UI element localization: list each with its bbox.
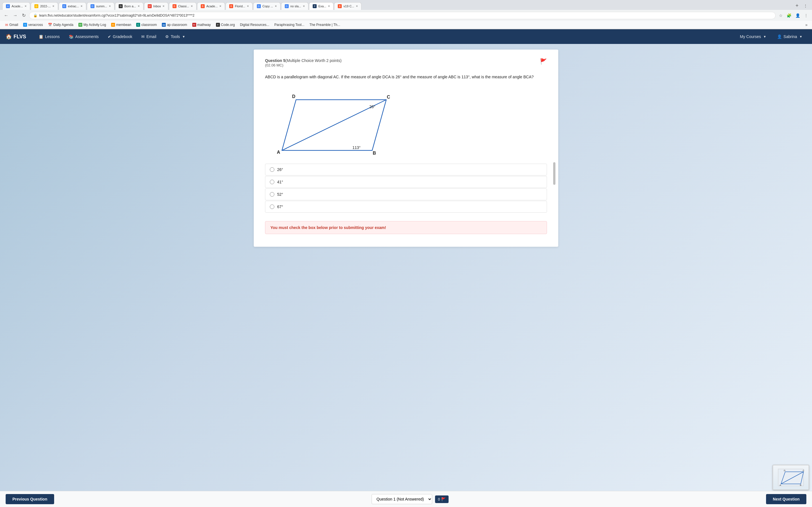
question-header: Question 5(Multiple Choice Worth 2 point… <box>265 58 547 72</box>
warning-box: You must check the box below prior to su… <box>265 221 547 234</box>
nav-my-courses[interactable]: My Courses ▼ <box>736 33 770 41</box>
tab-t8[interactable]: B Acade... × <box>197 2 225 10</box>
exam-container: Question 5(Multiple Choice Worth 2 point… <box>254 50 558 247</box>
preview-svg: A B C D <box>777 467 805 487</box>
tools-icon: ⚙ <box>165 34 169 39</box>
tab-t10[interactable]: D Copy ... × <box>253 2 281 10</box>
lock-icon: 🔒 <box>33 13 38 17</box>
tab-t3[interactable]: D extrac... × <box>59 2 86 10</box>
tab-close-t5[interactable]: × <box>138 4 140 8</box>
svg-text:D: D <box>784 469 785 472</box>
tab-menu-button[interactable]: ⋮ <box>801 3 810 9</box>
option-41[interactable]: 41° <box>265 176 547 188</box>
tab-close-t10[interactable]: × <box>275 4 277 8</box>
bookmark-activity-log[interactable]: M My Activity Log <box>76 22 108 27</box>
nav-tools[interactable]: ⚙ Tools ▼ <box>161 33 189 41</box>
option-52[interactable]: 52° <box>265 188 547 200</box>
tab-label-t13: v19 C... <box>343 4 354 8</box>
radio-41[interactable] <box>270 180 274 184</box>
radio-52[interactable] <box>270 192 274 196</box>
nav-lessons[interactable]: 📋 Lessons <box>35 33 64 41</box>
answer-choices: 26° 41° 52° 67° <box>265 164 547 213</box>
bookmark-digital-resources[interactable]: Digital Resources... <box>238 22 271 27</box>
tab-t11[interactable]: D no sla... × <box>281 2 309 10</box>
bookmark-mathway[interactable]: M mathway <box>190 22 213 27</box>
vertex-c: C <box>387 95 390 100</box>
bookmark-codeorg[interactable]: # Code.org <box>214 22 237 27</box>
tab-t6[interactable]: M Inbox × <box>144 2 168 10</box>
tab-close-t3[interactable]: × <box>81 4 83 8</box>
preview-inner: A B C D <box>773 465 809 490</box>
tab-t7[interactable]: B Classi... × <box>169 2 197 10</box>
nav-assessments[interactable]: 📚 Assessments <box>65 33 103 41</box>
bookmarks-more[interactable]: » <box>804 22 809 28</box>
question-dropdown[interactable]: Question 1 (Not Answered) Question 2 (No… <box>371 494 432 504</box>
bookmark-veracross[interactable]: V veracross <box>21 22 45 27</box>
nav-user[interactable]: 👤 Sabrina ▼ <box>773 33 806 41</box>
tab-t13[interactable]: B v19 C... × <box>334 2 361 10</box>
tab-t4[interactable]: D summ... × <box>87 2 114 10</box>
tab-t5[interactable]: N Born a... × <box>115 2 144 10</box>
tools-chevron: ▼ <box>182 35 185 38</box>
extensions-icon[interactable]: 🧩 <box>785 12 793 19</box>
tab-label-t3: extrac... <box>68 4 79 8</box>
ap-classroom-icon: ap <box>162 23 166 27</box>
bookmark-ap-classroom[interactable]: ap ap classroom <box>160 22 189 27</box>
back-button[interactable]: ← <box>3 12 10 19</box>
tab-t12[interactable]: F Exa... × <box>309 2 334 10</box>
tab-close-t6[interactable]: × <box>163 4 165 8</box>
gradebook-icon: ✔ <box>108 34 111 39</box>
tab-favicon-t10: D <box>257 4 261 8</box>
browser-chrome: A Acade... × G 2022-... × D extrac... × … <box>0 0 812 29</box>
radio-67[interactable] <box>270 205 274 209</box>
option-26[interactable]: 26° <box>265 164 547 175</box>
flag-count-badge: 0 🚩 <box>435 496 448 503</box>
bookmark-icon[interactable]: ☆ <box>778 12 784 19</box>
assessments-icon: 📚 <box>69 34 73 39</box>
forward-button[interactable]: → <box>12 12 18 19</box>
option-67-label: 67° <box>277 205 283 209</box>
tab-t1[interactable]: A Acade... × <box>2 2 30 10</box>
bookmark-classroom[interactable]: C classroom <box>134 22 159 27</box>
bookmark-gmail[interactable]: ✉ Gmail <box>3 22 20 28</box>
menu-icon[interactable]: ⋮ <box>803 12 809 19</box>
tab-close-t9[interactable]: × <box>247 4 249 8</box>
tab-favicon-t7: B <box>172 4 176 8</box>
tab-close-t12[interactable]: × <box>328 4 330 8</box>
nav-gradebook[interactable]: ✔ Gradebook <box>104 33 136 41</box>
tab-t9[interactable]: B Florid... × <box>225 2 253 10</box>
bookmark-preamble[interactable]: The Preamble | Th... <box>307 22 343 27</box>
tab-close-t4[interactable]: × <box>109 4 111 8</box>
bookmark-paraphrasing[interactable]: Paraphrasing Tool... <box>272 22 307 27</box>
reload-button[interactable]: ↻ <box>21 11 27 19</box>
nav-email[interactable]: ✉ Email <box>137 33 160 41</box>
geometry-diagram: A B C D 26° 113° <box>265 86 389 157</box>
bookmark-daily-agenda[interactable]: 📅 Daily Agenda <box>46 22 75 27</box>
address-actions: ☆ 🧩 👤 ⋮ <box>778 12 809 19</box>
prev-question-button[interactable]: Previous Question <box>6 494 54 504</box>
tab-close-t2[interactable]: × <box>52 4 54 8</box>
tab-label-t7: Classi... <box>178 4 189 8</box>
flvs-logo[interactable]: 🏠 FLVS <box>6 34 26 40</box>
tab-favicon-t2: G <box>35 4 38 8</box>
url-text: learn.flvs.net/educator/student/examform… <box>39 13 771 17</box>
tab-close-t8[interactable]: × <box>219 4 221 8</box>
option-52-label: 52° <box>277 192 283 196</box>
tab-bar: A Acade... × G 2022-... × D extrac... × … <box>0 0 812 10</box>
radio-26[interactable] <box>270 167 274 172</box>
tab-close-t1[interactable]: × <box>24 4 27 8</box>
svg-text:C: C <box>803 469 804 472</box>
bookmark-membean[interactable]: m membean <box>109 22 133 27</box>
scrollbar-thumb[interactable] <box>553 162 555 185</box>
tab-close-t13[interactable]: × <box>356 4 358 8</box>
option-67[interactable]: 67° <box>265 201 547 213</box>
url-bar[interactable]: 🔒 learn.flvs.net/educator/student/examfo… <box>29 12 776 19</box>
tab-t2[interactable]: G 2022-... × <box>31 2 58 10</box>
next-question-button[interactable]: Next Question <box>766 494 806 504</box>
tab-close-t7[interactable]: × <box>191 4 193 8</box>
new-tab-button[interactable]: + <box>793 2 801 10</box>
tab-close-t11[interactable]: × <box>303 4 305 8</box>
flag-button[interactable]: 🚩 <box>540 58 547 65</box>
user-chevron: ▼ <box>799 35 802 38</box>
profile-icon[interactable]: 👤 <box>794 12 801 19</box>
